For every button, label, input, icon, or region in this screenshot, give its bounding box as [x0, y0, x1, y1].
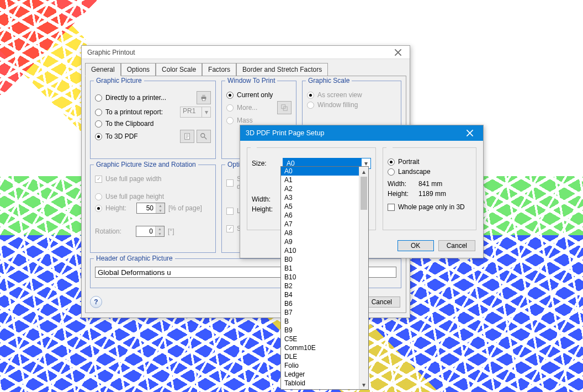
dropdown-item[interactable]: B1	[281, 264, 368, 273]
cancel-button[interactable]: Cancel	[438, 240, 475, 251]
tab-color-scale[interactable]: Color Scale	[156, 63, 202, 76]
ok-button[interactable]: OK	[398, 240, 434, 251]
printer-settings-button[interactable]	[197, 91, 211, 104]
page-setup-button[interactable]	[180, 130, 194, 143]
tab-options[interactable]: Options	[121, 63, 156, 76]
tab-factors[interactable]: Factors	[202, 63, 236, 76]
info-width-label: Width:	[388, 180, 415, 188]
chk-row-full-width[interactable]: Use full page width	[95, 175, 211, 183]
dropdown-item[interactable]: Folio	[281, 361, 368, 370]
height-label: Height:	[252, 205, 279, 213]
dropdown-item[interactable]: A8	[281, 229, 368, 237]
dropdown-item[interactable]: B6	[281, 299, 368, 308]
chevron-down-icon[interactable]: ▼	[156, 208, 165, 213]
chevron-up-icon[interactable]: ▲	[155, 226, 164, 231]
magnifier-icon	[200, 133, 208, 140]
radio-row-portrait[interactable]: Portrait	[388, 158, 471, 166]
dropdown-item[interactable]: B9	[281, 326, 368, 335]
info-width-value: 841 mm	[418, 180, 442, 188]
chk-row-whole-page-3d[interactable]: Whole page only in 3D	[388, 203, 471, 211]
radio-row-clipboard[interactable]: To the Clipboard	[95, 120, 211, 128]
close-icon	[394, 49, 402, 56]
dropdown-item[interactable]: B4	[281, 290, 368, 299]
info-height-value: 1189 mm	[418, 190, 446, 198]
dropdown-item[interactable]: A1	[281, 176, 368, 184]
report-select[interactable]: PR1	[180, 107, 202, 118]
svg-point-4	[201, 134, 205, 137]
dropdown-item[interactable]: B2	[281, 282, 368, 290]
group-label: Graphic Picture Size and Rotation	[94, 161, 198, 168]
dropdown-item[interactable]: DLE	[281, 352, 368, 361]
preview-button[interactable]	[197, 130, 211, 143]
chk-row-full-height[interactable]: Use full page height	[95, 193, 211, 200]
scrollbar[interactable]: ▴ ▾	[359, 167, 368, 389]
radio-row-current[interactable]: Current only	[226, 91, 292, 99]
size-label: Size:	[252, 160, 279, 167]
dropdown-item[interactable]: C5E	[281, 335, 368, 343]
chevron-down-icon[interactable]: ▼	[155, 231, 164, 236]
dropdown-item[interactable]: Comm10E	[281, 343, 368, 352]
dropdown-item[interactable]: A10	[281, 246, 368, 255]
dropdown-item[interactable]: Ledger	[281, 370, 368, 379]
printer-icon	[200, 94, 208, 102]
height-spinner[interactable]: ▲▼	[136, 203, 165, 214]
chevron-down-icon[interactable]: ▾	[202, 107, 211, 118]
dropdown-item[interactable]: A6	[281, 211, 368, 220]
scroll-down-icon[interactable]: ▾	[359, 380, 368, 389]
help-button[interactable]: ?	[90, 296, 102, 308]
tab-strip: General Options Color Scale Factors Bord…	[85, 62, 406, 76]
dropdown-item[interactable]: B10	[281, 273, 368, 282]
tab-border-stretch[interactable]: Border and Stretch Factors	[236, 63, 328, 76]
svg-rect-2	[202, 99, 205, 101]
window-title: 3D PDF Print Page Setup	[246, 129, 324, 137]
scroll-thumb[interactable]	[361, 177, 367, 210]
dropdown-item[interactable]: B7	[281, 308, 368, 317]
titlebar[interactable]: Graphic Printout	[82, 46, 410, 59]
size-dropdown-list[interactable]: A0A1A2A3A5A6A7A8A9A10B0B1B10B2B4B6B7BB9C…	[280, 166, 369, 390]
width-label: Width:	[252, 195, 279, 203]
chevron-up-icon[interactable]: ▲	[156, 203, 165, 208]
group-label: Graphic Picture	[94, 77, 144, 84]
dropdown-item[interactable]: A3	[281, 193, 368, 202]
svg-rect-1	[202, 95, 205, 97]
radio-row-more[interactable]: More...	[226, 101, 292, 114]
dropdown-item[interactable]: B	[281, 317, 368, 326]
radio-row-mass[interactable]: Mass	[226, 116, 292, 124]
group-label: Window To Print	[225, 77, 277, 84]
radio-row-printer[interactable]: Directly to a printer...	[95, 91, 211, 104]
more-windows-button[interactable]	[277, 101, 292, 114]
group-orientation: . Portrait Landscape Width: 841 mm Heigh…	[383, 147, 476, 230]
close-icon	[466, 129, 474, 137]
titlebar[interactable]: 3D PDF Print Page Setup	[240, 125, 483, 141]
dropdown-item[interactable]: A0	[281, 167, 368, 176]
dropdown-item[interactable]: A5	[281, 202, 368, 211]
radio-row-screen[interactable]: As screen view	[307, 91, 396, 99]
cascade-icon	[280, 104, 288, 112]
group-graphic-picture: Graphic Picture Directly to a printer...…	[90, 81, 216, 159]
window-title: Graphic Printout	[87, 49, 135, 56]
group-label: Graphic Scale	[306, 77, 352, 84]
tab-general[interactable]: General	[85, 63, 121, 76]
group-size-rotation: Graphic Picture Size and Rotation Use fu…	[90, 165, 216, 253]
page-icon	[183, 133, 191, 140]
radio-row-report[interactable]: To a printout report: PR1 ▾	[95, 107, 211, 118]
dropdown-item[interactable]: Tabloid	[281, 379, 368, 388]
radio-row-3dpdf[interactable]: To 3D PDF	[95, 130, 211, 143]
dropdown-item[interactable]: A7	[281, 220, 368, 229]
info-height-label: Height:	[388, 190, 415, 198]
dropdown-item[interactable]: PowerPoint	[281, 388, 368, 390]
rotation-row: Rotation: ▲▼ [°]	[95, 226, 211, 237]
close-button[interactable]	[390, 47, 406, 58]
group-label: Header of Graphic Picture	[94, 255, 175, 262]
dropdown-item[interactable]: B0	[281, 255, 368, 264]
scroll-up-icon[interactable]: ▴	[359, 167, 368, 176]
dropdown-item[interactable]: A2	[281, 184, 368, 193]
height-row: Height: ▲▼ [% of page]	[95, 203, 211, 214]
radio-row-fill[interactable]: Window filling	[307, 101, 396, 109]
close-button[interactable]	[459, 125, 481, 141]
radio-row-landscape[interactable]: Landscape	[388, 168, 471, 176]
dropdown-item[interactable]: A9	[281, 237, 368, 246]
rotation-spinner[interactable]: ▲▼	[136, 226, 165, 237]
